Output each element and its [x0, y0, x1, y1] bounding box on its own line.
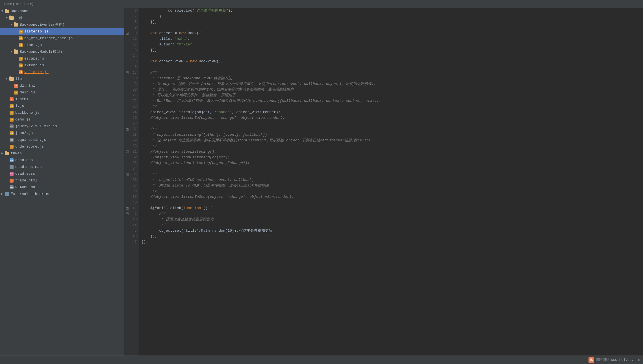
- fold-area: [124, 139, 130, 142]
- sidebar-item-dsadscss[interactable]: SCdsad.scss: [0, 170, 124, 177]
- sidebar-item-readmemd[interactable]: MDREADME.md: [0, 184, 124, 191]
- fold-open[interactable]: ▽: [126, 128, 129, 131]
- sidebar-item-lib[interactable]: ▶lib: [0, 76, 124, 82]
- code-token: *: [142, 76, 157, 81]
- sidebar-item-requiremin[interactable]: 010require.min.js: [0, 137, 124, 143]
- sidebar-item-onoff[interactable]: JSon_off_trigger_once.js: [0, 35, 124, 42]
- code-line-19: * 让 object 监听 另一个（other）对象上的一个特定事件。不使用ot…: [142, 81, 643, 87]
- sidebar-item-validate[interactable]: JSvalidate.js: [0, 69, 124, 76]
- gutter-row-6: 6: [124, 8, 139, 14]
- code-line-21: * 可以定义多个相同的事件 都会触发 原理如下: [142, 93, 643, 98]
- sidebar-item-backbone-events[interactable]: ▼Backbone.Events(事件): [0, 21, 124, 28]
- sidebar-item-label: Backbone: [11, 8, 124, 14]
- gutter-row-34: 34: [124, 166, 139, 172]
- fold-area: [124, 26, 130, 29]
- js-icon: JS: [18, 36, 23, 41]
- sidebar-item-label: thwen: [11, 151, 124, 156]
- code-token: //object_view.listenToOnce(object, 'chan…: [142, 194, 294, 200]
- sidebar[interactable]: ▼Backbone▼目录▼Backbone.Events(事件) JSliste…: [0, 8, 124, 356]
- line-number: 45: [130, 229, 139, 233]
- code-line-41: $("#n1").click(function () {: [142, 205, 643, 211]
- fold-open[interactable]: ▽: [126, 207, 129, 210]
- sidebar-item-mulu[interactable]: ▼目录: [0, 15, 124, 21]
- code-token: "这里处理视图更新": [194, 8, 228, 14]
- fold-area: ▽: [124, 207, 130, 210]
- fold-open[interactable]: ▽: [126, 71, 129, 74]
- sidebar-item-label: 1.js: [15, 103, 124, 109]
- sidebar-item-listento[interactable]: JSlistenTo.js: [0, 28, 124, 35]
- sidebar-item-underscore[interactable]: JSunderscore.js: [0, 143, 124, 150]
- sidebar-item-extlib[interactable]: ▶External Libraries: [0, 191, 124, 198]
- fold-close[interactable]: △: [126, 32, 129, 35]
- sidebar-item-label: validate.js: [24, 69, 124, 75]
- sidebar-item-label: External Libraries: [11, 191, 124, 197]
- sidebar-item-d1html[interactable]: Hd1.html: [0, 82, 124, 89]
- code-token: });: [142, 234, 157, 239]
- code-token: /**: [142, 172, 157, 177]
- js-icon: JS: [18, 43, 23, 48]
- sidebar-item-label: demo.js: [15, 117, 124, 122]
- gutter-row-24: 24: [124, 109, 139, 115]
- line-number: 41: [130, 206, 139, 210]
- sidebar-item-label: dsad.css: [15, 157, 124, 163]
- fold-area: [124, 94, 130, 97]
- sidebar-item-other[interactable]: JSother.js: [0, 42, 124, 49]
- line-number: 46: [130, 234, 139, 238]
- fold-open[interactable]: ▽: [126, 212, 129, 215]
- sidebar-item-label: 1.html: [15, 97, 124, 102]
- gutter-row-25: 25: [124, 115, 139, 121]
- sidebar-item-label: Backbone.Model(模型): [20, 49, 124, 55]
- sidebar-item-backbonejs[interactable]: JSbackbone.js: [0, 109, 124, 116]
- sidebar-item-json2[interactable]: JSjson2.js: [0, 130, 124, 137]
- sidebar-item-1js[interactable]: JS1.js: [0, 103, 124, 109]
- code-token: });: [142, 239, 148, 245]
- line-number: 42: [130, 212, 139, 216]
- sidebar-item-framehtml[interactable]: Hframe.html: [0, 177, 124, 184]
- code-line-46: });: [142, 234, 643, 239]
- gutter-row-30: 30: [124, 143, 139, 149]
- line-number: 14: [130, 54, 139, 58]
- code-token: author:: [142, 42, 177, 47]
- code-token: * object.stopListening([other], [event],…: [142, 132, 267, 138]
- code-line-36: * object.listenToOnce(other, event, call…: [142, 177, 643, 183]
- line-number: 26: [130, 122, 139, 126]
- code-line-35: /**: [142, 172, 643, 177]
- sidebar-item-escape[interactable]: JSescape.js: [0, 55, 124, 62]
- code-line-43: * 模型改变会触发视图层的变化: [142, 217, 643, 222]
- sidebar-item-extend[interactable]: JSextend.js: [0, 62, 124, 69]
- sidebar-item-dsadcss[interactable]: CSdsad.css: [0, 157, 124, 164]
- js-icon: JS: [9, 144, 14, 149]
- sidebar-item-thwen[interactable]: ▶thwen: [0, 150, 124, 157]
- code-token: title:: [142, 36, 175, 42]
- code-line-27: /**: [142, 126, 643, 132]
- code-token: var: [150, 30, 157, 36]
- fold-area: [124, 179, 130, 181]
- code-token: //object_view.stopListening();: [142, 149, 216, 155]
- code-line-34: [142, 166, 643, 172]
- line-number: 39: [130, 195, 139, 199]
- line-number: 18: [130, 76, 139, 80]
- fold-area: △: [124, 32, 130, 35]
- fold-open[interactable]: ▽: [126, 173, 129, 176]
- code-line-30: */: [142, 143, 643, 149]
- gutter-row-28: 28: [124, 132, 139, 138]
- code-token: listenTo: [157, 76, 175, 81]
- sidebar-item-jquerymin[interactable]: 010jquery-2.1.1.min.js: [0, 123, 124, 130]
- editor[interactable]: 6 7 8 9 △ 10 11 12 13 14 15 16 ▽ 17 18 1…: [124, 8, 643, 356]
- sidebar-item-1html[interactable]: H1.html: [0, 96, 124, 103]
- line-number: 36: [130, 178, 139, 182]
- sidebar-item-backbone[interactable]: ▼Backbone: [0, 8, 124, 15]
- sidebar-item-mainjs[interactable]: JSmain.js: [0, 89, 124, 96]
- sidebar-item-dsadcssmap[interactable]: dsad.css.map: [0, 164, 124, 170]
- code-token: 'change': [214, 109, 232, 115]
- code-line-28: * object.stopListening([other], [event],…: [142, 132, 643, 138]
- sidebar-item-backbone-model[interactable]: ▼Backbone.Model(模型): [0, 49, 124, 55]
- gutter-row-19: 19: [124, 81, 139, 87]
- sidebar-item-demojs[interactable]: JSdemo.js: [0, 116, 124, 123]
- code-token: * 可以定义多个相同的事件 都会触发 原理如下: [142, 93, 236, 98]
- fold-area: [124, 100, 130, 102]
- code-line-23: */: [142, 104, 643, 109]
- fold-close[interactable]: △: [126, 150, 129, 153]
- code-line-16: [142, 64, 643, 70]
- line-number: 25: [130, 116, 139, 120]
